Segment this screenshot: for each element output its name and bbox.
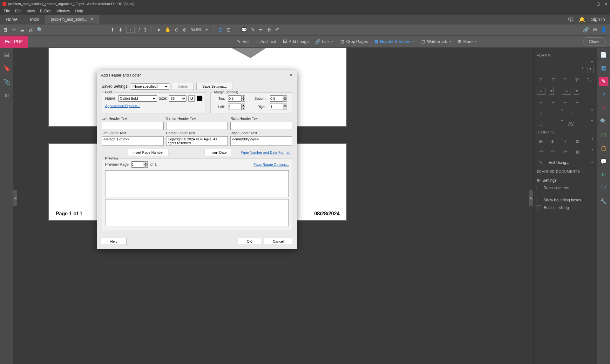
arrange-icon[interactable]: ▦ (573, 137, 582, 145)
char-spacing-dd[interactable]: ▼ (591, 119, 593, 127)
close-edit-button[interactable]: Close (583, 37, 606, 45)
rotate-left-icon[interactable]: ↶ (537, 148, 546, 156)
dialog-close-icon[interactable]: ✕ (289, 73, 293, 78)
line-spacing-icon[interactable]: ↕ (537, 109, 546, 116)
tab-document[interactable]: problem_and_soluti... ✕ (45, 15, 99, 24)
spin-up[interactable]: ▲ (283, 104, 287, 107)
insert-page-number-button[interactable]: Insert Page Number (128, 149, 168, 156)
help-button[interactable]: Help (101, 238, 127, 245)
paragraph-spacing-dd[interactable]: ▼ (591, 109, 593, 116)
share-link-icon[interactable]: 🔗 (583, 27, 589, 33)
restrict-row[interactable]: Restrict editing (537, 204, 593, 212)
spin-up[interactable]: ▲ (241, 95, 245, 98)
help-icon[interactable]: ⓘ (568, 16, 573, 23)
edit-using-label[interactable]: Edit Using... (549, 160, 569, 165)
pointer-icon[interactable]: ➤ (157, 27, 161, 33)
paragraph-spacing-icon[interactable]: ↕ (567, 109, 576, 116)
comment-rail-icon[interactable]: 🔍 (599, 117, 608, 126)
align-right-icon[interactable]: ≡ (561, 98, 570, 105)
page-number-format-link[interactable]: Page Number and Date Format... (241, 151, 292, 154)
fill-sign-icon[interactable]: ▢ (599, 130, 608, 139)
more-tool[interactable]: ⊞More▼ (455, 38, 480, 45)
menu-window[interactable]: Window (54, 8, 73, 14)
margin-bottom-input[interactable] (270, 95, 283, 102)
settings-row[interactable]: ⚙ Settings (537, 177, 593, 184)
flip-h-icon[interactable]: ▶ (537, 137, 546, 145)
fit-width-icon[interactable]: ⊟ (219, 27, 223, 33)
left-header-input[interactable] (102, 122, 164, 130)
preview-page-input[interactable] (131, 161, 144, 168)
sign-in-button[interactable]: Sign In (591, 17, 605, 22)
center-footer-input[interactable]: Copyright © 2024 PDF Agile. All rights r… (166, 136, 228, 146)
appearance-options-link[interactable]: Appearance Options... (105, 104, 140, 108)
align-left-icon[interactable]: ≡ (537, 98, 546, 105)
delete-button[interactable]: Delete (172, 83, 194, 90)
create-pdf-icon[interactable]: 📄 (599, 50, 608, 59)
page-down-icon[interactable]: ⬇ (119, 27, 123, 33)
add-text-tool[interactable]: TAdd Text (253, 38, 279, 45)
align-justify-icon[interactable]: ≡ (573, 98, 582, 105)
help-format-icon[interactable]: ? (587, 67, 593, 73)
align-center-icon[interactable]: ≡ (549, 98, 558, 105)
superscript-icon[interactable]: T¹ (573, 76, 581, 84)
align-obj-dd[interactable]: ▾ (592, 148, 593, 156)
show-bounding-row[interactable]: Show bounding boxes (537, 196, 593, 204)
char-spacing-icon[interactable]: AV (567, 119, 576, 127)
cloud-icon[interactable]: ☁ (20, 27, 24, 33)
left-footer-input[interactable]: <<Page 1 of n>> (102, 136, 164, 146)
text-color-dd[interactable]: ▼ (561, 119, 564, 127)
sign-icon[interactable]: ✒ (259, 27, 263, 33)
underline-format-icon[interactable]: T (561, 76, 570, 84)
margin-left-input[interactable] (228, 104, 241, 110)
organize-icon[interactable]: ✎ (599, 104, 608, 112)
maximize-button[interactable]: ▢ (596, 2, 600, 6)
combine-icon[interactable]: ▦ (599, 64, 608, 72)
page-range-options-link[interactable]: Page Range Options... (254, 163, 289, 166)
bounding-checkbox[interactable] (537, 198, 541, 202)
underline-toggle[interactable]: U (188, 95, 195, 102)
number-list-dd-icon[interactable]: ▾ (574, 87, 579, 95)
spin-up[interactable]: ▲ (241, 104, 245, 107)
attachment-icon[interactable]: 📎 (3, 79, 10, 85)
bullet-list-icon[interactable]: ≡ (537, 87, 546, 95)
comment-icon[interactable]: 💬 (241, 27, 247, 33)
recognize-row[interactable]: Recognize text (537, 184, 593, 192)
hand-icon[interactable]: ✋ (165, 27, 171, 33)
print-icon[interactable]: 🖨 (28, 27, 33, 33)
save-settings-button[interactable]: Save Settings... (196, 83, 233, 90)
measure-icon[interactable]: 💬 (599, 157, 608, 166)
search-icon[interactable]: 🔍 (37, 27, 43, 33)
edit-pdf-rail-icon[interactable]: ✎ (599, 77, 608, 86)
rotate-right-icon[interactable]: ↷ (549, 148, 558, 156)
close-window-button[interactable]: ✕ (604, 2, 607, 6)
tab-tools[interactable]: Tools (23, 15, 45, 24)
star-icon[interactable]: ☆ (12, 27, 16, 33)
flip-v-icon[interactable]: ◧ (549, 137, 558, 145)
bold-icon[interactable]: T (537, 76, 546, 84)
zoom-level[interactable]: 34.9% (191, 28, 201, 32)
header-footer-tool[interactable]: ▦Header & Footer▼ (372, 38, 417, 45)
people-icon[interactable]: 👤 (601, 27, 607, 33)
fit-page-icon[interactable]: ⊡ (227, 27, 231, 33)
zoom-out-icon[interactable]: ⊖ (175, 27, 179, 33)
spin-down[interactable]: ▼ (241, 98, 245, 102)
menu-help[interactable]: Help (73, 8, 86, 14)
link-tool[interactable]: 🔗Link▼ (313, 38, 337, 45)
send-icon[interactable]: ↻ (599, 170, 608, 179)
notifications-icon[interactable]: 🔔 (579, 17, 585, 23)
right-footer-input[interactable]: <<mm/dd/yyyy>> (230, 136, 292, 146)
menu-edit[interactable]: Edit (12, 8, 24, 14)
protect-icon[interactable]: 🛡 (599, 184, 608, 192)
font-dropdown-icon[interactable]: ▼ (591, 60, 593, 64)
text-color-icon[interactable]: T (537, 119, 546, 127)
save-icon[interactable]: 🖫 (3, 27, 8, 33)
menu-view[interactable]: View (24, 8, 37, 14)
minimize-button[interactable]: — (588, 2, 592, 6)
spin-down[interactable]: ▼ (283, 107, 287, 110)
line-spacing-dd[interactable]: ▼ (561, 109, 564, 116)
highlight-icon[interactable]: ✎ (251, 27, 255, 33)
saved-settings-select[interactable]: [None specified] (131, 83, 169, 90)
insert-date-button[interactable]: Insert Date (205, 149, 231, 156)
size-dropdown-icon[interactable]: ▼ (581, 67, 584, 73)
more-tools-icon[interactable]: 🔧 (599, 197, 608, 206)
